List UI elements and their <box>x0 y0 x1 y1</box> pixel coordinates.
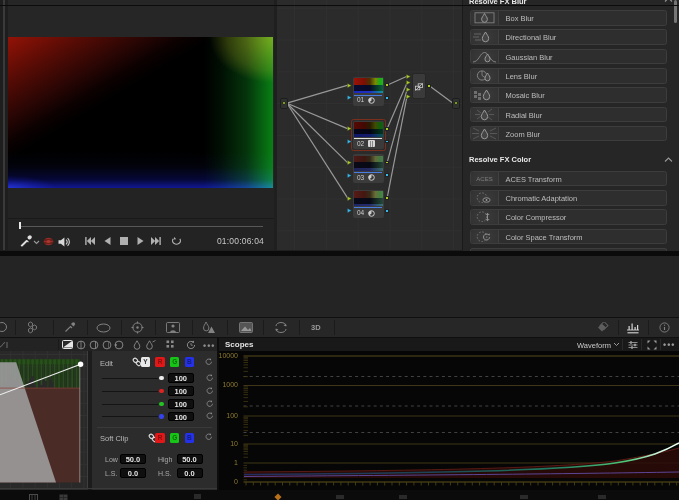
svg-text:ACES: ACES <box>476 176 492 182</box>
